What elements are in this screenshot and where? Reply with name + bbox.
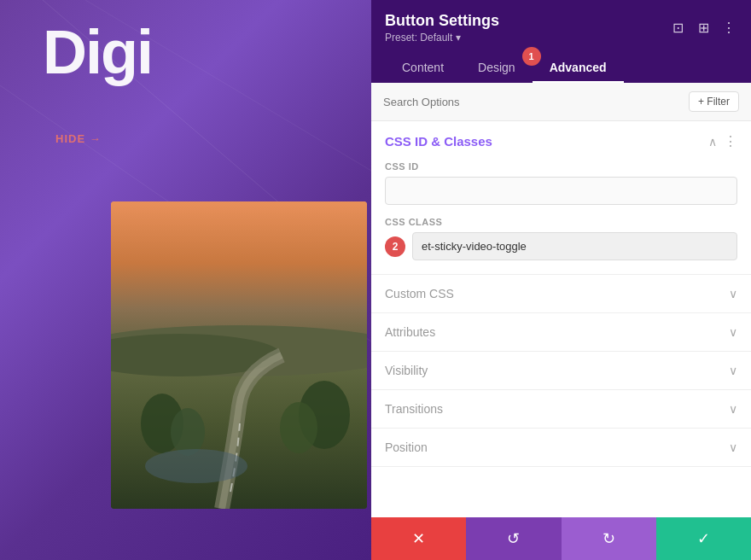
section-header-custom-css[interactable]: Custom CSS ∨: [371, 275, 751, 312]
css-id-label: CSS ID: [385, 161, 737, 172]
section-position: Position ∨: [371, 429, 751, 467]
more-options-icon[interactable]: ⋮: [720, 20, 737, 37]
photo-thumbnail: [111, 201, 367, 509]
svg-point-8: [171, 408, 205, 456]
filter-button[interactable]: + Filter: [689, 91, 739, 112]
section-custom-css: Custom CSS ∨: [371, 275, 751, 313]
css-id-input[interactable]: [385, 177, 737, 205]
section-attributes: Attributes ∨: [371, 313, 751, 352]
cancel-button[interactable]: ✕: [371, 517, 466, 560]
panel-header: Button Settings Preset: Default ▾ ⊡ ⊞ ⋮ …: [371, 0, 751, 83]
section-title-custom-css: Custom CSS: [385, 287, 454, 300]
chevron-attributes-icon: ∨: [729, 325, 737, 339]
section-header-css[interactable]: CSS ID & Classes ∧ ⋮: [371, 121, 751, 161]
page-title: Digi: [43, 17, 152, 87]
grid-icon[interactable]: ⊞: [695, 20, 712, 37]
panel-title: Button Settings: [385, 12, 499, 30]
css-class-row: 2: [385, 232, 737, 260]
left-background: Digi HIDE →: [0, 0, 371, 560]
css-class-input[interactable]: [412, 232, 737, 260]
tab-design[interactable]: Design 1: [461, 52, 533, 83]
chevron-position-icon: ∨: [729, 440, 737, 454]
svg-point-11: [145, 449, 247, 483]
panel-header-icons: ⊡ ⊞ ⋮: [669, 20, 737, 37]
section-title-attributes: Attributes: [385, 325, 435, 339]
panel-preset[interactable]: Preset: Default ▾: [385, 32, 499, 44]
section-header-attributes[interactable]: Attributes ∨: [371, 313, 751, 351]
save-button[interactable]: ✓: [656, 517, 751, 560]
panel-content: CSS ID & Classes ∧ ⋮ CSS ID CSS Class 2: [371, 121, 751, 517]
section-transitions: Transitions ∨: [371, 390, 751, 429]
section-title-position: Position: [385, 440, 428, 454]
tab-advanced[interactable]: Advanced: [533, 52, 624, 83]
hide-button[interactable]: HIDE →: [55, 132, 102, 145]
section-body-css: CSS ID CSS Class 2: [371, 161, 751, 274]
chevron-transitions-icon: ∨: [729, 402, 737, 416]
panel-title-group: Button Settings Preset: Default ▾: [385, 12, 499, 44]
section-icons-css: ∧ ⋮: [708, 133, 737, 149]
section-header-visibility[interactable]: Visibility ∨: [371, 352, 751, 389]
section-header-transitions[interactable]: Transitions ∨: [371, 390, 751, 428]
undo-button[interactable]: ↺: [466, 517, 561, 560]
section-header-position[interactable]: Position ∨: [371, 429, 751, 466]
redo-button[interactable]: ↻: [562, 517, 656, 560]
section-css-id-classes: CSS ID & Classes ∧ ⋮ CSS ID CSS Class 2: [371, 121, 751, 275]
panel-tabs: Content Design 1 Advanced: [385, 52, 737, 83]
section-visibility: Visibility ∨: [371, 352, 751, 390]
collapse-icon[interactable]: ∧: [708, 135, 717, 149]
css-class-label: CSS Class: [385, 217, 737, 227]
css-class-badge: 2: [385, 236, 405, 257]
bottom-bar: ✕ ↺ ↻ ✓: [371, 517, 751, 560]
fullscreen-icon[interactable]: ⊡: [669, 20, 686, 37]
search-input[interactable]: [383, 96, 682, 108]
section-title-css: CSS ID & Classes: [385, 134, 492, 149]
chevron-visibility-icon: ∨: [729, 364, 737, 377]
chevron-custom-css-icon: ∨: [729, 287, 737, 300]
section-more-icon[interactable]: ⋮: [724, 133, 737, 149]
tab-content[interactable]: Content: [385, 52, 461, 83]
settings-panel: Button Settings Preset: Default ▾ ⊡ ⊞ ⋮ …: [371, 0, 751, 560]
section-title-transitions: Transitions: [385, 402, 443, 416]
section-title-visibility: Visibility: [385, 364, 428, 377]
svg-point-10: [280, 402, 317, 453]
search-bar: + Filter: [371, 83, 751, 121]
